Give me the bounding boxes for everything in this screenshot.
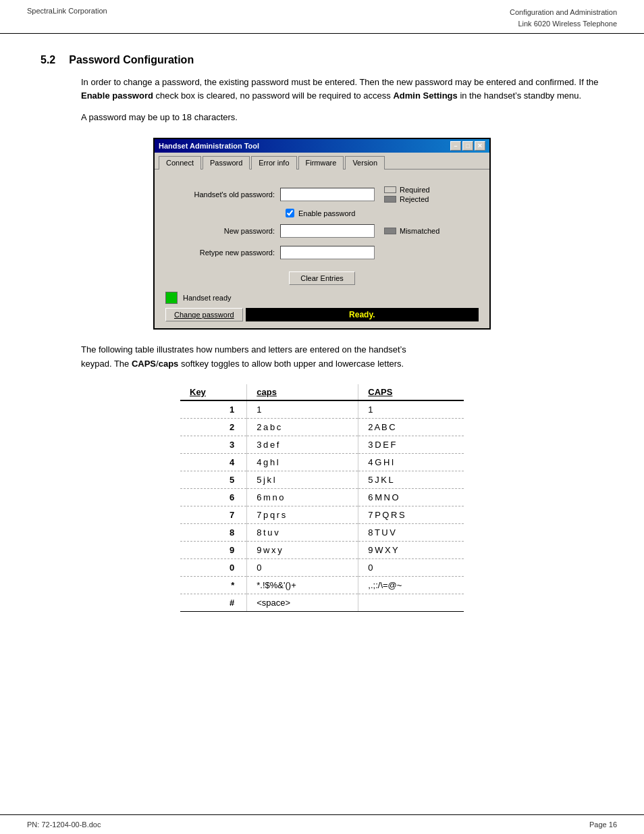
key-cell: # — [180, 594, 247, 611]
mismatched-box — [384, 228, 396, 234]
caps-lower-cell: 8 t u v — [247, 523, 358, 541]
table-row: 99 w x y9 W X Y — [180, 541, 464, 558]
caps-upper-cell: ,.;:/\=@~ — [358, 576, 464, 594]
tab-password[interactable]: Password — [203, 156, 250, 170]
new-password-input[interactable] — [280, 224, 375, 238]
caps-upper-cell — [358, 594, 464, 611]
key-table-wrapper: Key caps CAPS 11122 a b c2 A B C33 d e f… — [41, 384, 603, 612]
caps-lower-cell: 4 g h l — [247, 453, 358, 471]
win-titlebar: Handset Administration Tool – □ ✕ — [155, 139, 489, 153]
table-row: #<space> — [180, 594, 464, 611]
win-restore-btn[interactable]: □ — [462, 141, 473, 151]
caps-upper-cell: 3 D E F — [358, 436, 464, 453]
caps-upper-cell: 6 M N O — [358, 488, 464, 506]
key-cell: 8 — [180, 523, 247, 541]
header-company: SpectraLink Corporation — [27, 7, 107, 15]
new-password-label: New password: — [165, 227, 280, 235]
section-heading: 5.2 Password Configuration — [41, 54, 603, 66]
body-paragraph-2: A password may be up to 18 characters. — [81, 111, 603, 124]
old-password-input[interactable] — [280, 188, 375, 201]
key-cell: 2 — [180, 418, 247, 436]
rejected-box — [384, 196, 396, 203]
footer-right: Page 16 — [589, 820, 617, 829]
table-row: 88 t u v8 T U V — [180, 523, 464, 541]
col-header-caps-upper: CAPS — [358, 384, 464, 400]
header-doc-line2: Link 6020 Wireless Telephone — [510, 18, 617, 30]
mismatched-label: Mismatched — [400, 227, 439, 235]
change-password-button[interactable]: Change password — [165, 308, 243, 321]
win-minimize-btn[interactable]: – — [450, 141, 461, 151]
handset-ready-indicator — [165, 292, 178, 304]
header-doc-line1: Configuration and Administration — [510, 7, 617, 18]
table-row: 77 p q r s7 P Q R S — [180, 506, 464, 523]
caps-lower-cell: *.!$%&'()+ — [247, 576, 358, 594]
table-row: 44 g h l4 G H I — [180, 453, 464, 471]
win-close-btn[interactable]: ✕ — [475, 141, 485, 151]
col-header-key: Key — [180, 384, 247, 400]
tab-error-info[interactable]: Error info — [251, 156, 296, 170]
old-password-row: Handset's old password: Required Rejecte… — [165, 186, 479, 203]
status-indicators: Required Rejected — [384, 186, 430, 203]
retype-password-input[interactable] — [280, 246, 375, 259]
key-cell: 5 — [180, 471, 247, 488]
caps-upper-cell: 4 G H I — [358, 453, 464, 471]
caps-lower-cell: 3 d e f — [247, 436, 358, 453]
caps-lower-cell: 5 j k l — [247, 471, 358, 488]
caps-lower-cell: 1 — [247, 400, 358, 419]
tab-connect[interactable]: Connect — [159, 156, 201, 170]
col-header-caps-lower: caps — [247, 384, 358, 400]
after-text: The following table illustrates how numb… — [81, 343, 603, 370]
table-row: 66 m n o6 M N O — [180, 488, 464, 506]
required-status: Required — [384, 186, 430, 194]
key-cell: 0 — [180, 558, 247, 576]
old-password-label: Handset's old password: — [165, 190, 280, 199]
table-row: 55 j k l5 J K L — [180, 471, 464, 488]
key-cell: * — [180, 576, 247, 594]
retype-password-label: Retype new password: — [165, 249, 280, 257]
caps-lower-cell: <space> — [247, 594, 358, 611]
page-footer: PN: 72-1204-00-B.doc Page 16 — [0, 814, 644, 834]
table-row: 33 d e f3 D E F — [180, 436, 464, 453]
body-paragraph-1: In order to change a password, the exist… — [81, 76, 603, 103]
key-cell: 9 — [180, 541, 247, 558]
tab-version[interactable]: Version — [345, 156, 385, 170]
key-cell: 7 — [180, 506, 247, 523]
rejected-status: Rejected — [384, 195, 430, 203]
section-title: Password Configuration — [69, 54, 194, 66]
caps-lower-cell: 6 m n o — [247, 488, 358, 506]
handset-ready-label: Handset ready — [183, 294, 232, 302]
handset-ready-bar: Handset ready — [165, 292, 479, 304]
caps-upper-cell: 2 A B C — [358, 418, 464, 436]
retype-password-row: Retype new password: — [165, 246, 479, 259]
table-row: 000 — [180, 558, 464, 576]
required-box — [384, 186, 396, 193]
footer-left: PN: 72-1204-00-B.doc — [27, 820, 101, 829]
status-display: Ready. — [246, 308, 479, 321]
caps-upper-cell: 1 — [358, 400, 464, 419]
required-label: Required — [400, 186, 430, 194]
win-tabs: Connect Password Error info Firmware Ver… — [155, 153, 489, 170]
new-password-row: New password: Mismatched — [165, 224, 479, 238]
enable-password-checkbox[interactable] — [286, 209, 294, 217]
win-dialog: Handset Administration Tool – □ ✕ Connec… — [153, 138, 491, 330]
key-cell: 4 — [180, 453, 247, 471]
clear-btn-row: Clear Entries — [165, 271, 479, 285]
page-header: SpectraLink Corporation Configuration an… — [0, 0, 644, 34]
enable-password-row: Enable password — [286, 209, 479, 217]
enable-password-label: Enable password — [298, 209, 355, 217]
table-row: **.!$%&'()+,.;:/\=@~ — [180, 576, 464, 594]
table-row: 111 — [180, 400, 464, 419]
key-cell: 3 — [180, 436, 247, 453]
caps-lower-cell: 0 — [247, 558, 358, 576]
clear-entries-button[interactable]: Clear Entries — [289, 271, 355, 285]
bottom-bar: Change password Ready. — [165, 308, 479, 321]
tab-firmware[interactable]: Firmware — [298, 156, 344, 170]
section-number: 5.2 — [41, 54, 55, 66]
caps-upper-cell: 7 P Q R S — [358, 506, 464, 523]
table-row: 22 a b c2 A B C — [180, 418, 464, 436]
key-table: Key caps CAPS 11122 a b c2 A B C33 d e f… — [180, 384, 464, 612]
win-titlebar-btns: – □ ✕ — [450, 141, 485, 151]
key-cell: 1 — [180, 400, 247, 419]
win-title: Handset Administration Tool — [159, 142, 259, 150]
screenshot-wrapper: Handset Administration Tool – □ ✕ Connec… — [41, 138, 603, 330]
